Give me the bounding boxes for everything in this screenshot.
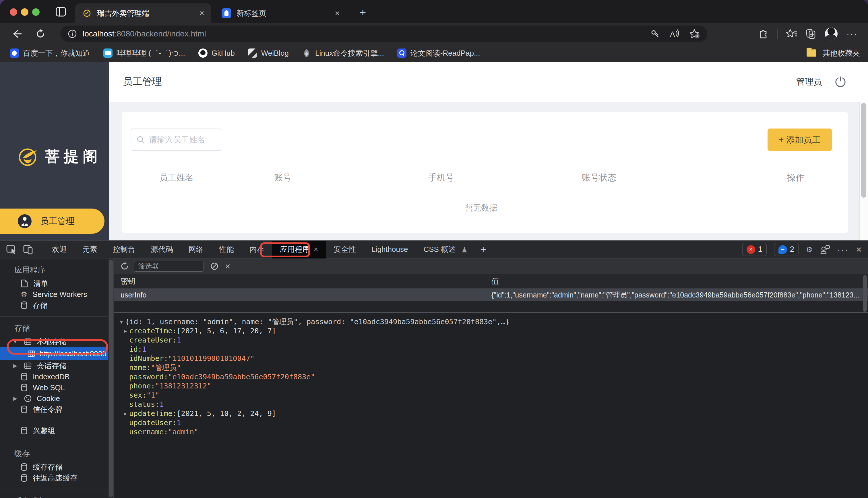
panel-scrollbar-thumb[interactable] <box>109 260 113 497</box>
feedback-icon[interactable] <box>820 245 830 254</box>
json-summary-line[interactable]: ▼{id: 1, username: "admin", name: "管理员",… <box>118 317 868 326</box>
favorites-list-icon[interactable] <box>786 29 797 39</box>
json-entry[interactable]: sex"1" <box>118 390 868 399</box>
back-icon[interactable] <box>12 29 22 38</box>
json-entry[interactable]: createTime[2021, 5, 6, 17, 20, 7] <box>118 326 868 335</box>
tree-item-cookie[interactable]: ▶ Cookie <box>0 393 113 404</box>
address-bar[interactable]: localhost:8080/backend/index.html A <box>60 26 707 42</box>
devtools-tab-elements[interactable]: 元素 <box>75 241 105 259</box>
site-info-icon[interactable] <box>68 29 77 38</box>
issues-badge[interactable]: −2 <box>774 243 799 256</box>
expanded-arrow-icon[interactable]: ▼ <box>118 319 125 325</box>
tab-new-tab[interactable]: 新标签页 × <box>215 3 347 23</box>
tree-item-manifest[interactable]: 清单 <box>0 278 113 289</box>
employee-search[interactable] <box>131 129 221 151</box>
storage-empty-row[interactable] <box>114 301 868 312</box>
profile-avatar[interactable] <box>825 27 838 40</box>
add-employee-button[interactable]: + 添加员工 <box>767 129 832 151</box>
tree-item-storage[interactable]: 存储 <box>0 300 113 311</box>
value-column-header[interactable]: 值 <box>487 276 499 286</box>
tree-item-cache-storage[interactable]: 缓存存储 <box>0 461 113 472</box>
error-badge[interactable]: ×1 <box>742 243 767 256</box>
panel-scrollbar[interactable] <box>108 259 113 498</box>
logout-power-icon[interactable] <box>835 76 846 88</box>
sidebar-item-employee[interactable]: 员工管理 <box>0 209 104 234</box>
extensions-puzzle-icon[interactable] <box>758 29 768 39</box>
devtools-settings-gear-icon[interactable]: ⚙ <box>806 246 813 253</box>
json-entry[interactable]: phone"13812312312" <box>118 381 868 390</box>
close-tab-icon[interactable]: × <box>335 8 340 18</box>
zoom-window-button[interactable] <box>32 8 40 16</box>
bookmark-weiblog[interactable]: WeiBlog <box>248 49 289 58</box>
devtools-tab-application[interactable]: 应用程序× <box>272 241 326 259</box>
devtools-tab-sources[interactable]: 源代码 <box>143 241 181 259</box>
collections-icon[interactable] <box>806 29 816 39</box>
tree-item-service-workers[interactable]: ⚙ Service Workers <box>0 289 113 300</box>
close-panel-icon[interactable]: × <box>314 245 318 254</box>
bookmark-readpaper[interactable]: 论文阅读-ReadPap... <box>397 48 480 58</box>
tree-item-local-storage[interactable]: ▼ 本地存储 <box>0 336 113 347</box>
json-entry[interactable]: status1 <box>118 399 868 409</box>
close-window-button[interactable] <box>10 8 17 16</box>
bookmark-bilibili[interactable]: 哔哩哔哩 (゜-゜)つ... <box>103 48 185 58</box>
collapsed-arrow-icon[interactable] <box>122 410 129 417</box>
devtools-tab-css-overview[interactable]: CSS 概述 <box>416 241 475 259</box>
web-page: 菩提阁 员工管理 分类管理 菜品管理 员工管理 管理员 <box>0 62 868 240</box>
tree-item-websql[interactable]: Web SQL <box>0 382 113 393</box>
devtools-tab-memory[interactable]: 内存 <box>242 241 272 259</box>
storage-row-userinfo[interactable]: userInfo {"id":1,"username":"admin","nam… <box>114 289 868 301</box>
filter-input[interactable] <box>134 261 204 272</box>
devtools-tab-security[interactable]: 安全性 <box>326 241 364 259</box>
json-entry[interactable]: password"e10adc3949ba59abbe56e057f20f883… <box>118 372 868 381</box>
other-favorites[interactable]: 其他收藏夹 <box>800 48 860 58</box>
bookmark-github[interactable]: GitHub <box>198 49 235 58</box>
page-scrollbar-thumb[interactable] <box>861 103 866 198</box>
json-entry[interactable]: id1 <box>118 344 868 354</box>
tree-item-indexeddb[interactable]: IndexedDB <box>0 371 113 382</box>
minimize-window-button[interactable] <box>21 8 28 16</box>
tree-item-session-storage[interactable]: ▶ 会话存储 <box>0 360 113 371</box>
bookmark-linux[interactable]: Linux命令搜索引擎... <box>302 48 384 58</box>
collapsed-arrow-icon[interactable]: ▶ <box>12 363 19 369</box>
search-input[interactable] <box>149 135 212 144</box>
reload-icon[interactable] <box>36 29 46 39</box>
delete-selected-icon[interactable]: × <box>225 261 231 272</box>
new-tab-button[interactable]: + <box>357 6 368 19</box>
key-column-header[interactable]: 密钥 <box>114 276 487 286</box>
read-aloud-icon[interactable]: A <box>669 29 680 38</box>
inspect-element-icon[interactable] <box>6 245 17 254</box>
json-entry[interactable]: idNumber"110101199001010047" <box>118 354 868 363</box>
devtools-tab-lighthouse[interactable]: Lighthouse <box>364 241 416 259</box>
tab-ruiji-admin[interactable]: 瑞吉外卖管理端 × <box>75 3 211 23</box>
json-entry[interactable]: updateTime[2021, 5, 10, 2, 24, 9] <box>118 409 868 418</box>
collapsed-arrow-icon[interactable] <box>122 328 129 334</box>
password-key-icon[interactable] <box>650 29 660 38</box>
vertical-tabs-icon[interactable] <box>56 7 66 17</box>
json-entry[interactable]: name"管理员" <box>118 363 868 372</box>
collapsed-arrow-icon[interactable]: ▶ <box>12 395 19 402</box>
json-entry[interactable]: createUser1 <box>118 335 868 344</box>
devtools-tab-network[interactable]: 网络 <box>181 241 211 259</box>
json-entry[interactable]: updateUser1 <box>118 418 868 427</box>
refresh-icon[interactable] <box>120 262 129 271</box>
tree-item-trust-tokens[interactable]: 信任令牌 <box>0 404 113 415</box>
add-favorite-star-icon[interactable] <box>689 29 700 39</box>
page-scrollbar[interactable] <box>859 102 868 240</box>
close-devtools-icon[interactable]: × <box>856 244 862 255</box>
expanded-arrow-icon[interactable]: ▼ <box>12 339 19 345</box>
bookmark-baidu[interactable]: 百度一下，你就知道 <box>10 48 90 58</box>
tree-item-back-forward-cache[interactable]: 往返高速缓存 <box>0 472 113 483</box>
browser-menu-icon[interactable]: ··· <box>846 29 858 39</box>
device-toolbar-icon[interactable] <box>23 245 33 254</box>
devtools-tab-console[interactable]: 控制台 <box>105 241 143 259</box>
devtools-tab-welcome[interactable]: 欢迎 <box>44 241 75 259</box>
storage-scrollbar-thumb[interactable] <box>863 275 867 312</box>
devtools-menu-icon[interactable]: ··· <box>837 245 848 254</box>
clear-all-icon[interactable] <box>210 262 219 271</box>
devtools-more-tabs-icon[interactable]: + <box>475 244 492 255</box>
close-tab-icon[interactable]: × <box>199 8 204 18</box>
tree-item-interest-groups[interactable]: 兴趣组 <box>0 425 113 436</box>
json-entry[interactable]: username"admin" <box>118 427 868 436</box>
devtools-tab-performance[interactable]: 性能 <box>211 241 242 259</box>
tree-item-localhost-8080[interactable]: http://localhost:8080 <box>0 347 113 360</box>
